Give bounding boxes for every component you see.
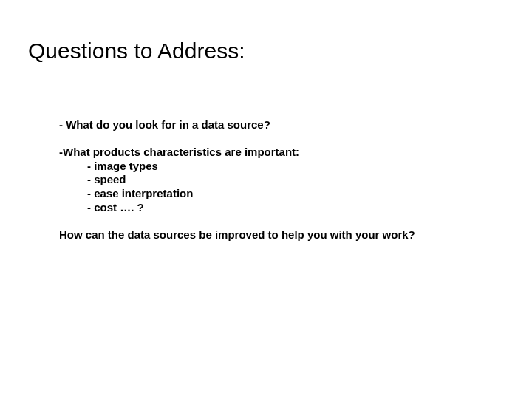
question-2-sub-2: - speed — [59, 173, 488, 187]
question-2-sub-1: - image types — [59, 160, 488, 174]
slide-body: - What do you look for in a data source?… — [59, 118, 488, 242]
question-2-sub-3: - ease interpretation — [59, 187, 488, 201]
question-1: - What do you look for in a data source? — [59, 118, 488, 132]
question-3: How can the data sources be improved to … — [59, 228, 488, 242]
question-2-lead: -What products characteristics are impor… — [59, 146, 488, 160]
slide-title: Questions to Address: — [28, 38, 245, 64]
question-2-sub-4: - cost …. ? — [59, 201, 488, 215]
slide: Questions to Address: - What do you look… — [0, 0, 532, 399]
